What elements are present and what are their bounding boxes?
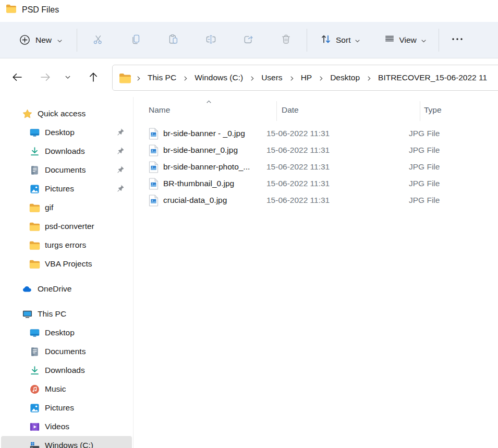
sidebar-item-music[interactable]: Music [1,380,132,398]
sidebar-item-downloads[interactable]: Downloads [1,142,132,161]
toolbar-separator [439,29,439,52]
chevron-down-icon [354,37,361,44]
file-row[interactable]: br-side-banner_0.jpg 15-06-2022 11:31 JP… [133,142,498,159]
share-button[interactable] [236,29,261,51]
sidebar-item-downloads[interactable]: Downloads [1,361,132,380]
paste-button[interactable] [161,29,186,51]
column-header-date[interactable]: Date [282,105,299,115]
sort-button[interactable]: Sort [315,29,365,51]
copy-icon [130,33,142,47]
file-date: 15-06-2022 11:31 [266,179,409,188]
thispc-icon [21,308,33,320]
file-row[interactable]: crucial-data_0.jpg 15-06-2022 11:31 JPG … [133,192,498,209]
column-divider[interactable] [276,101,277,121]
sidebar-item-pictures[interactable]: Pictures [1,398,132,417]
ellipsis-icon [451,32,464,47]
breadcrumb-item-desktop[interactable]: Desktop [328,71,362,84]
folder-icon [28,201,41,214]
recent-locations-button[interactable] [60,67,76,88]
arrow-left-icon [11,71,23,85]
address-bar[interactable]: This PC Windows (C:) Users HP Desktop BI… [112,65,498,91]
sidebar-item-psd-converter[interactable]: psd-converter [1,217,132,236]
sidebar-item-quick-access[interactable]: Quick access [1,104,132,123]
forward-button[interactable] [35,67,56,88]
chevron-right-icon [318,75,324,81]
star-icon [21,107,33,120]
breadcrumb-item-users[interactable]: Users [259,71,284,84]
toolbar-separator [77,29,77,52]
file-date: 15-06-2022 11:31 [266,146,409,155]
sidebar-item-pictures[interactable]: Pictures [1,179,132,198]
file-name: br-side-banner-photo_... [163,162,250,172]
pictures-icon [28,402,41,414]
pin-icon [116,147,125,155]
breadcrumb-item-bitrecover-15-06-2022-11[interactable]: BITRECOVER_15-06-2022 11 [376,71,489,84]
file-row[interactable]: br-side-banner-photo_... 15-06-2022 11:3… [133,159,498,175]
clipboard-paste-icon [167,33,179,47]
more-options-button[interactable] [445,29,469,51]
folder-icon [119,72,131,83]
drive-icon [28,439,41,448]
delete-button[interactable] [273,29,298,51]
navigation-bar: This PC Windows (C:) Users HP Desktop BI… [0,58,498,97]
file-name: BR-thumbnail_0.jpg [163,179,234,188]
window-titlebar: PSD Files [0,0,498,22]
chevron-right-icon [182,75,189,81]
window-tab[interactable]: PSD Files [6,4,59,16]
sidebar-item-desktop[interactable]: Desktop [1,323,132,342]
chevron-right-icon [288,75,295,81]
file-row[interactable]: BR-thumbnail_0.jpg 15-06-2022 11:31 JPG … [133,175,498,192]
jpg-file-icon [149,161,159,173]
breadcrumb-item-hp[interactable]: HP [299,71,314,84]
view-button-label: View [399,35,416,45]
file-row[interactable]: br-side-banner - _0.jpg 15-06-2022 11:31… [133,125,498,142]
file-date: 15-06-2022 11:31 [266,129,409,138]
view-lines-icon [384,33,395,47]
sidebar-item-videos[interactable]: Videos [1,417,132,436]
window-title: PSD Files [22,5,59,15]
sidebar-item-turgs-errors[interactable]: turgs errors [1,236,132,255]
cut-button[interactable] [86,29,111,51]
copy-button[interactable] [123,29,148,51]
breadcrumb-item-this-pc[interactable]: This PC [145,71,178,84]
view-button[interactable]: View [380,29,431,51]
sidebar-item-onedrive[interactable]: OneDrive [1,280,132,298]
back-button[interactable] [7,67,28,88]
file-type: JPG File [409,179,440,188]
chevron-right-icon [249,75,256,81]
sidebar: Quick access Desktop Downloads Documents… [0,97,133,448]
sidebar-item-windows-c[interactable]: Windows (C:) [1,436,132,448]
file-type: JPG File [409,146,440,155]
rename-button[interactable] [198,29,223,51]
column-header-name[interactable]: Name [149,105,170,115]
file-type: JPG File [409,196,440,205]
arrow-right-icon [39,71,52,85]
downloads-icon [28,145,41,158]
jpg-file-icon [149,178,159,190]
new-button[interactable]: New [14,29,68,51]
trash-icon [280,33,292,47]
pin-icon [116,184,125,193]
sidebar-item-documents[interactable]: Documents [1,161,132,179]
folder-icon [28,239,41,251]
sidebar-item-gif[interactable]: gif [1,198,132,217]
column-header-type[interactable]: Type [424,105,442,115]
jpg-file-icon [149,195,159,207]
up-button[interactable] [83,67,104,88]
sidebar-item-documents[interactable]: Documents [1,342,132,361]
downloads-icon [28,364,41,377]
breadcrumb-item-windows-c[interactable]: Windows (C:) [192,71,245,84]
file-date: 15-06-2022 11:31 [266,162,409,172]
sort-arrows-icon [320,33,332,47]
onedrive-icon [21,283,33,295]
sidebar-item-this-pc[interactable]: This PC [1,305,132,323]
chevron-down-icon [64,74,71,82]
scissors-icon [92,33,104,47]
sidebar-item-vba-projects[interactable]: VBA Projects [1,255,132,273]
jpg-file-icon [149,128,159,140]
sidebar-item-desktop[interactable]: Desktop [1,123,132,142]
jpg-file-icon [149,144,159,156]
chevron-right-icon [135,75,142,81]
share-icon [242,33,254,47]
column-divider[interactable] [420,101,420,121]
